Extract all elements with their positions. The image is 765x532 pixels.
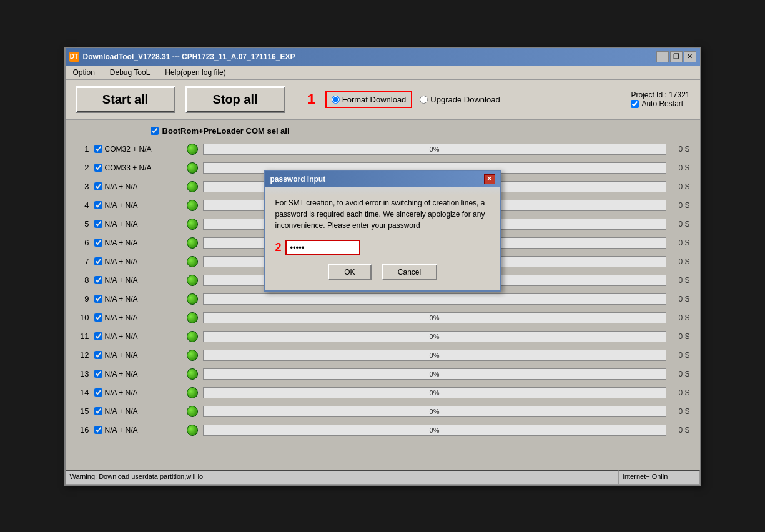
modal-input-row: 2 — [275, 240, 490, 255]
stop-all-button[interactable]: Stop all — [185, 86, 285, 113]
title-bar: DT DownloadTool_V1728.31 --- CPH1723_11_… — [66, 48, 700, 66]
step1-label: 1 — [308, 91, 315, 107]
upgrade-download-option[interactable]: Upgrade Download — [420, 95, 500, 104]
format-download-label: Format Download — [342, 95, 407, 104]
download-options: 1 Format Download Upgrade Download — [308, 91, 500, 108]
modal-body: For SMT creation, to avoid error in swit… — [265, 187, 500, 290]
password-dialog: password input ✕ For SMT creation, to av… — [264, 170, 501, 292]
window-title: DownloadTool_V1728.31 --- CPH1723_11_A.0… — [83, 52, 295, 61]
title-controls: ─ ❐ ✕ — [656, 51, 696, 62]
modal-overlay: password input ✕ For SMT creation, to av… — [66, 120, 700, 470]
format-download-box: Format Download — [325, 91, 413, 108]
minimize-button[interactable]: ─ — [656, 51, 669, 62]
modal-close-button[interactable]: ✕ — [484, 174, 495, 184]
toolbar: Start all Stop all 1 Format Download Upg… — [66, 80, 700, 120]
title-bar-left: DT DownloadTool_V1728.31 --- CPH1723_11_… — [69, 52, 295, 62]
project-info: Project Id : 17321 Auto Restart — [631, 91, 689, 108]
upgrade-download-label: Upgrade Download — [430, 95, 500, 104]
close-button[interactable]: ✕ — [684, 51, 696, 62]
modal-title-bar: password input ✕ — [265, 171, 500, 187]
menu-debug[interactable]: Debug TooL — [107, 67, 153, 78]
modal-title: password input — [270, 175, 326, 184]
status-bar: Warning: Download userdata partition,wil… — [66, 470, 700, 485]
menubar: Option Debug TooL Help(open log file) — [66, 66, 700, 80]
format-download-option[interactable]: Format Download — [332, 95, 407, 104]
auto-restart-row: Auto Restart — [631, 99, 689, 108]
status-left: Warning: Download userdata partition,wil… — [66, 470, 619, 485]
project-id: Project Id : 17321 — [631, 91, 689, 99]
main-window: DT DownloadTool_V1728.31 --- CPH1723_11_… — [64, 47, 701, 486]
auto-restart-label: Auto Restart — [641, 99, 683, 108]
menu-help[interactable]: Help(open log file) — [162, 67, 228, 78]
restore-button[interactable]: ❐ — [670, 51, 683, 62]
modal-message: For SMT creation, to avoid error in swit… — [275, 197, 490, 231]
cancel-button[interactable]: Cancel — [382, 264, 437, 280]
modal-buttons: OK Cancel — [275, 264, 490, 280]
app-icon: DT — [69, 52, 79, 62]
upgrade-download-radio[interactable] — [420, 96, 428, 104]
password-input[interactable] — [285, 240, 360, 255]
format-download-radio[interactable] — [332, 96, 340, 104]
content-area: BootRom+PreLoader COM sel all 1 COM32 + … — [66, 120, 700, 470]
ok-button[interactable]: OK — [328, 264, 372, 280]
menu-option[interactable]: Option — [71, 67, 97, 78]
auto-restart-checkbox[interactable] — [631, 100, 639, 108]
start-all-button[interactable]: Start all — [76, 86, 175, 113]
step2-label: 2 — [275, 241, 282, 254]
status-right: internet+ Onlin — [619, 470, 700, 485]
